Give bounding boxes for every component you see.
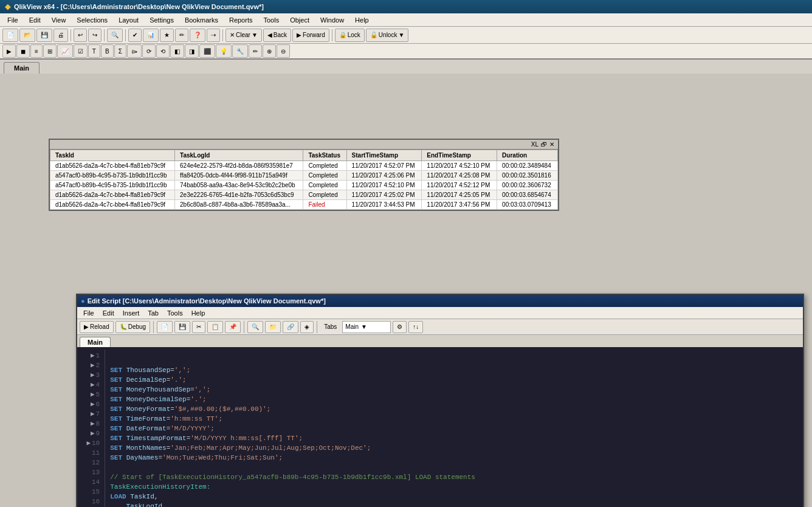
redo-button[interactable]: ↪	[88, 29, 102, 42]
es-toolbar: ▶ Reload 🐛 Debug 📄 💾 ✂ 📋 📌 🔍 📁 🔗 ◈ Tabs …	[77, 319, 803, 335]
es-promote-btn[interactable]: ↑↓	[408, 321, 423, 333]
tb2-btn1[interactable]: ▶	[2, 44, 16, 58]
unlock-button[interactable]: 🔓 Unlock ▼	[366, 29, 408, 42]
table-cell: 11/20/2017 4:25:02 PM	[346, 190, 422, 200]
edit-button[interactable]: ✏	[175, 29, 188, 42]
undo-button[interactable]: ↩	[74, 29, 87, 42]
nav-button[interactable]: ⇢	[207, 29, 220, 42]
tb2-btn8[interactable]: B	[101, 44, 114, 58]
es-paste-btn[interactable]: 📌	[225, 321, 241, 333]
table-cell: 00:00:02.3489484	[497, 161, 558, 171]
bookmark-button[interactable]: ★	[160, 29, 174, 42]
menu-file[interactable]: File	[2, 15, 23, 25]
menu-help[interactable]: Help	[350, 15, 374, 25]
tb2-btn6[interactable]: ☑	[74, 44, 88, 58]
back-button[interactable]: ◀ Back	[263, 29, 291, 42]
table-row: d1ab5626-da2a-4c7c-bbe4-ffa81eb79c9f2b6c…	[50, 200, 558, 210]
es-sep3	[317, 321, 317, 333]
menu-bar: File Edit View Selections Layout Setting…	[0, 13, 812, 27]
menu-view[interactable]: View	[47, 15, 71, 25]
tabs-dropdown[interactable]: Main ▼	[342, 321, 391, 333]
es-new-btn[interactable]: 📄	[157, 321, 173, 333]
es-cut-btn[interactable]: ✂	[192, 321, 205, 333]
table-restore-button[interactable]: 🗗	[541, 141, 547, 148]
clear-icon: ✕	[230, 32, 235, 38]
line-number: 11	[82, 448, 100, 458]
table-row: d1ab5626-da2a-4c7c-bbe4-ffa81eb79c9f2e3e…	[50, 190, 558, 200]
print-button[interactable]: 🖨	[53, 29, 68, 42]
tb2-btn2[interactable]: ◼	[16, 44, 30, 58]
menu-layout[interactable]: Layout	[114, 15, 143, 25]
chart-button[interactable]: 📊	[143, 29, 159, 42]
es-folder-btn[interactable]: 📁	[265, 321, 281, 333]
main-tab[interactable]: Main	[4, 62, 40, 74]
reload-button[interactable]: ▶ Reload	[80, 321, 114, 333]
open-button[interactable]: 📂	[19, 29, 35, 42]
menu-object[interactable]: Object	[285, 15, 314, 25]
menu-bookmarks[interactable]: Bookmarks	[180, 15, 223, 25]
menu-edit[interactable]: Edit	[24, 15, 46, 25]
tb2-btn17[interactable]: 🔧	[232, 44, 248, 58]
es-menu-edit[interactable]: Edit	[99, 309, 118, 317]
es-tab-settings-btn[interactable]: ⚙	[393, 321, 407, 333]
tb2-btn19[interactable]: ⊕	[263, 44, 276, 58]
tb2-btn16[interactable]: 💡	[216, 44, 232, 58]
table-xl-button[interactable]: XL	[531, 141, 538, 148]
line-number: ▶5	[82, 390, 100, 399]
menu-window[interactable]: Window	[315, 15, 349, 25]
lock-button[interactable]: 🔒 Lock	[335, 29, 365, 42]
new-button[interactable]: 📄	[2, 29, 18, 42]
es-menu-tools[interactable]: Tools	[163, 309, 187, 317]
forward-button[interactable]: ▶ Forward	[292, 29, 329, 42]
menu-settings[interactable]: Settings	[145, 15, 179, 25]
tb2-btn9[interactable]: Σ	[114, 44, 126, 58]
table-cell: 11/20/2017 4:25:06 PM	[346, 171, 422, 181]
es-menu-help[interactable]: Help	[188, 309, 209, 317]
es-main-tab[interactable]: Main	[80, 337, 111, 347]
es-sep1	[153, 321, 154, 333]
es-menu-insert[interactable]: Insert	[119, 309, 143, 317]
tb2-btn18[interactable]: ✏	[249, 44, 262, 58]
search-button[interactable]: 🔍	[107, 29, 123, 42]
script-editor[interactable]: ▶1▶2▶3▶4▶5▶6▶7▶8▶9▶10 11 12 13 14 15 16 …	[77, 347, 803, 507]
code-line: // Start of [TaskExecutionHistory_a547ac…	[110, 472, 798, 482]
menu-tools[interactable]: Tools	[258, 15, 284, 25]
tb2-btn3[interactable]: ≡	[30, 44, 43, 58]
tb2-btn11[interactable]: ⟳	[142, 44, 156, 58]
table-cell: d1ab5626-da2a-4c7c-bbe4-ffa81eb79c9f	[50, 161, 175, 171]
tb2-btn5[interactable]: 📈	[57, 44, 73, 58]
debug-icon: 🐛	[120, 323, 127, 330]
check-button[interactable]: ✔	[128, 29, 142, 42]
table-close-button[interactable]: ✕	[549, 141, 554, 148]
tb2-btn7[interactable]: T	[88, 44, 100, 58]
es-save-btn[interactable]: 💾	[174, 321, 190, 333]
tb2-btn10[interactable]: ⌲	[127, 44, 142, 58]
table-cell: a547acf0-b89b-4c95-b735-1b9db1f1cc9b	[50, 171, 175, 181]
line-number: 15	[82, 487, 100, 497]
clear-button[interactable]: ✕ Clear ▼	[225, 29, 262, 42]
menu-reports[interactable]: Reports	[224, 15, 258, 25]
line-number: 14	[82, 477, 100, 487]
es-connect-btn[interactable]: 🔗	[283, 321, 298, 333]
debug-button[interactable]: 🐛 Debug	[115, 321, 150, 333]
table-cell: 11/20/2017 4:25:05 PM	[422, 190, 497, 200]
tb2-btn4[interactable]: ⊞	[43, 44, 57, 58]
debug-label: Debug	[128, 323, 146, 330]
code-line: TaskLogId,	[110, 502, 798, 507]
save-button[interactable]: 💾	[36, 29, 52, 42]
tb2-btn20[interactable]: ⊖	[277, 44, 290, 58]
tb2-btn12[interactable]: ⟲	[156, 44, 170, 58]
code-area[interactable]: SET ThousandSep=',';SET DecimalSep='.';S…	[105, 350, 803, 507]
es-copy-btn[interactable]: 📋	[207, 321, 223, 333]
es-search-btn[interactable]: 🔍	[247, 321, 263, 333]
help-button[interactable]: ❓	[190, 29, 205, 42]
menu-selections[interactable]: Selections	[72, 15, 112, 25]
tb2-btn15[interactable]: ⬛	[199, 44, 215, 58]
es-select-btn[interactable]: ◈	[300, 321, 314, 333]
lock-icon: 🔒	[339, 32, 346, 38]
es-menu-tab[interactable]: Tab	[144, 309, 162, 317]
tb2-btn13[interactable]: ◧	[170, 44, 184, 58]
tb2-btn14[interactable]: ◨	[185, 44, 199, 58]
es-menu-file[interactable]: File	[80, 309, 98, 317]
sep2	[104, 29, 105, 41]
